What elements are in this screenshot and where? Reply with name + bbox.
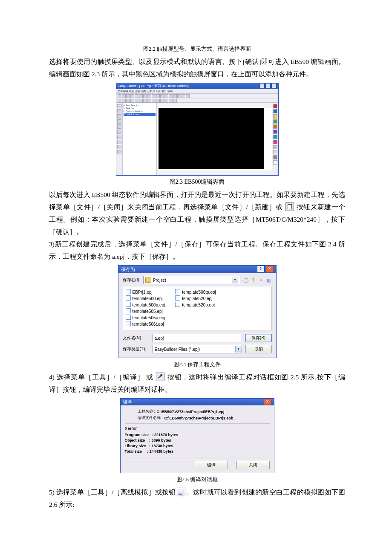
save-button[interactable]: 保存(S) [245, 334, 272, 342]
file-item[interactable]: template505p.epj [126, 315, 165, 321]
paragraph-1: 选择将要使用的触摸屏类型、以及显示模式和默认的语言。按下[确认]即可进入 EB5… [49, 55, 345, 80]
figure-2-4-caption: 图2.4 保存工程文件 [49, 361, 345, 368]
figure-2-2-caption: 图2.2 触摸屏型号、显示方式、语言选择界面 [49, 45, 345, 53]
file-item[interactable]: template520.epj [175, 295, 216, 302]
close-icon[interactable]: ✕ [264, 399, 271, 405]
filename-label: 文件名(N): [123, 335, 149, 341]
chevron-down-icon[interactable]: ▾ [235, 346, 242, 353]
figure-2-3-caption: 图2.3 EB500编辑界面 [49, 178, 345, 186]
tree-item: 6: Common Window [124, 110, 156, 113]
file-item[interactable]: template506tp.epj [175, 289, 216, 295]
editor-canvas-black [159, 108, 264, 169]
save-titlebar: 保存为 ? ✕ [118, 266, 276, 273]
editor-left-toolbar [116, 103, 123, 175]
file-item[interactable]: template500.epj [126, 295, 165, 302]
figure-2-5-compile-dialog: 编译 ✕ 工程名称 : C:\EB500\V273chs\Project\EBP… [120, 398, 274, 473]
filetype-combo[interactable]: EasyBuilder Files (*.epj) ▾ [153, 345, 242, 353]
folder-icon [145, 278, 151, 283]
editor-window-tree: 4: Fast Selection 5: Task Bar 6: Common … [123, 103, 157, 175]
help-icon[interactable]: ? [257, 266, 265, 272]
file-item[interactable]: template505.epj [126, 308, 165, 315]
file-item[interactable]: template500p.epj [126, 302, 165, 308]
filetype-label: 保存类型(T): [123, 346, 149, 352]
paragraph-3: 3)新工程创建完成后，选择菜单［文件］/［保存］可保存当前工程。保存工程文件如下… [49, 238, 345, 263]
compile-title-text: 编译 [123, 399, 132, 405]
figure-2-4-save-dialog: 保存为 ? ✕ 保存在(I): Project ▾ ◯ ⤒ ✧ ▥ [118, 265, 277, 358]
compile-icon [156, 373, 164, 381]
project-name-label: 工程名称 : [138, 409, 155, 414]
chevron-down-icon[interactable]: ▾ [232, 277, 238, 283]
file-item[interactable]: template506t.epj [126, 321, 165, 327]
file-item[interactable]: EBPrj1.epj [126, 289, 165, 295]
paragraph-5: 5) 选择菜单［工具］/［离线模拟］或按钮。这时就可以看到创建的新空白工程的模拟… [49, 486, 345, 511]
save-file-list[interactable]: EBPrj1.epj template500.epj template500p.… [123, 287, 272, 330]
close-icon[interactable]: ✕ [266, 266, 274, 272]
project-name-value: C:\EB500\V273chs\Project\EBPrj1.epj [157, 410, 225, 414]
tree-item: 4: Fast Selection [124, 104, 156, 107]
editor-title-text: EasyBuilder - [ EBPrj1 : 窗口10 - Initial … [118, 83, 189, 89]
error-count: 0 error [125, 426, 270, 431]
filename-input[interactable]: a.epj [153, 334, 242, 342]
file-item[interactable]: template520p.epj [175, 302, 216, 308]
new-document-icon [285, 202, 294, 211]
editor-canvas-area [157, 103, 272, 175]
compiled-file-value: C:\EB500\V273chs\Project\EBPrj1.eob [164, 416, 233, 420]
editor-toolbars [116, 94, 278, 103]
close-button[interactable]: 关闭 [236, 461, 270, 469]
up-one-level-icon[interactable]: ⤒ [251, 277, 257, 283]
editor-window-controls [259, 83, 277, 89]
save-in-combo[interactable]: Project ▾ [143, 276, 240, 284]
compile-titlebar: 编译 ✕ [121, 399, 274, 405]
figure-2-5-caption: 图2.5 编译对话框 [49, 476, 345, 483]
paragraph-4: 4) 选择菜单［工具］/［编译］ 或 按钮，这时将弹出编译工程对话框如图 2.5… [49, 371, 345, 396]
cancel-button[interactable]: 取消 [245, 345, 272, 353]
save-title-text: 保存为 [121, 266, 135, 273]
editor-titlebar: EasyBuilder - [ EBPrj1 : 窗口10 - Initial … [116, 83, 278, 89]
save-in-label: 保存在(I): [123, 277, 141, 283]
editor-menubar: 文件 编辑 视图 选项 绘图 元件 库 工具 窗口 帮助 [116, 89, 278, 94]
editor-right-palette [272, 103, 278, 175]
compile-button[interactable]: 编译 [195, 461, 228, 469]
paragraph-2: 以后每次进入 EB500 组态软件的编辑界面，打开的是最近一次打开的工程。如果要… [49, 188, 345, 238]
compiled-file-label: 编译文件名称 : [138, 415, 163, 421]
tree-item-selected: 10:Initial Screen [124, 113, 156, 116]
back-icon[interactable]: ◯ [243, 277, 249, 283]
size-report: Program size : 221676 bytes Object size … [125, 432, 270, 454]
view-menu-icon[interactable]: ▥ [266, 277, 272, 283]
offline-simulate-icon [177, 488, 185, 496]
new-folder-icon[interactable]: ✧ [258, 277, 264, 283]
figure-2-3-editor-window: EasyBuilder - [ EBPrj1 : 窗口10 - Initial … [116, 83, 279, 176]
save-in-folder-name: Project [153, 278, 166, 283]
tree-item: 5: Task Bar [124, 107, 156, 110]
